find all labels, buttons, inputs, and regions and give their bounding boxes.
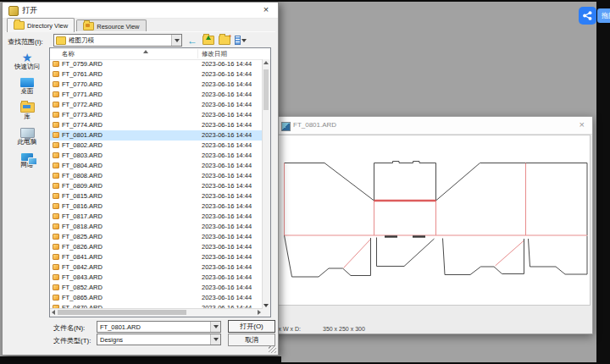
file-name: FT_0842.ARD [62, 263, 103, 271]
up-folder-icon[interactable] [202, 35, 214, 47]
dialog-titlebar[interactable]: 打开 × [3, 3, 278, 19]
file-name: FT_0804.ARD [62, 162, 103, 169]
list-item[interactable]: FT_0852.ARD2023-06-16 14:44 [50, 283, 263, 293]
open-button[interactable]: 打开(O) [228, 320, 275, 333]
scroll-left-icon[interactable] [52, 310, 55, 315]
resource-tab-icon [83, 22, 94, 30]
netdisk-drag-widget[interactable]: 拖拽至 [579, 7, 610, 25]
file-date: 2023-06-16 14:44 [202, 111, 252, 119]
file-date: 2023-06-16 14:44 [202, 172, 252, 179]
vertical-scroll-thumb[interactable] [263, 69, 269, 110]
list-item[interactable]: FT_0818.ARD2023-06-16 14:44 [50, 222, 263, 232]
close-icon[interactable]: × [261, 4, 271, 14]
preview-title: FT_0801.ARD [293, 121, 336, 129]
list-item[interactable]: FT_0759.ARD2023-06-16 14:44 [50, 59, 263, 69]
cancel-button[interactable]: 取消 [228, 334, 275, 346]
list-item[interactable]: FT_0804.ARD2023-06-16 14:44 [50, 161, 263, 171]
file-date: 2023-06-16 14:44 [202, 233, 252, 240]
look-in-value: 稚图刀模 [69, 36, 94, 45]
close-icon[interactable]: × [580, 119, 585, 130]
file-name: FT_0772.ARD [62, 101, 103, 108]
file-date: 2023-06-16 14:44 [202, 141, 252, 149]
dialog-toolbar: ← * [186, 34, 247, 47]
list-item[interactable]: FT_0771.ARD2023-06-16 14:44 [50, 90, 263, 100]
preview-titlebar[interactable]: FT_0801.ARD × [270, 117, 592, 135]
combobox-dropdown-button[interactable] [171, 35, 181, 46]
resize-grip[interactable] [269, 345, 276, 353]
file-name: FT_0815.ARD [62, 192, 103, 200]
library-icon [20, 102, 35, 113]
list-item[interactable]: FT_0770.ARD2023-06-16 14:44 [50, 80, 263, 90]
ard-file-icon [53, 122, 59, 128]
ard-file-icon [53, 112, 59, 118]
sidebar-item-label: 桌面 [7, 88, 47, 95]
horizontal-scrollbar[interactable] [50, 308, 263, 317]
file-name: FT_0818.ARD [62, 223, 103, 230]
tab-resource-view[interactable]: Resource View [76, 19, 146, 32]
list-item[interactable]: FT_0826.ARD2023-06-16 14:44 [50, 242, 263, 252]
file-type-combobox[interactable]: Designs [97, 334, 221, 345]
ard-file-icon [53, 295, 59, 301]
scroll-down-icon[interactable] [263, 304, 269, 307]
file-date: 2023-06-16 14:44 [202, 121, 252, 129]
list-item[interactable]: FT_0816.ARD2023-06-16 14:44 [50, 201, 263, 212]
file-date: 2023-06-16 14:44 [202, 273, 252, 281]
netdisk-drag-label: 拖拽至 [597, 8, 610, 23]
list-item[interactable]: FT_0809.ARD2023-06-16 14:44 [50, 181, 263, 191]
sidebar-item-network[interactable]: 网络 [7, 153, 47, 168]
sidebar-item-quick-access[interactable]: 快速访问 [7, 50, 47, 70]
ard-file-icon [53, 132, 59, 138]
list-item[interactable]: FT_0774.ARD2023-06-16 14:44 [50, 120, 263, 130]
share-circles-icon[interactable] [579, 7, 596, 25]
list-item[interactable]: FT_0808.ARD2023-06-16 14:44 [50, 171, 263, 181]
file-name: FT_0801.ARD [62, 131, 103, 139]
list-item[interactable]: FT_0803.ARD2023-06-16 14:44 [50, 151, 263, 161]
file-list: 名称 修改日期 FT_0759.ARD2023-06-16 14:44FT_07… [49, 47, 271, 317]
list-item[interactable]: FT_0772.ARD2023-06-16 14:44 [50, 100, 263, 110]
look-in-combobox[interactable]: 稚图刀模 [53, 34, 182, 47]
ard-file-icon [53, 244, 59, 250]
list-item[interactable]: FT_0773.ARD2023-06-16 14:44 [50, 110, 263, 120]
sidebar-item-libraries[interactable]: 库 [7, 102, 47, 120]
list-item[interactable]: FT_0842.ARD2023-06-16 14:44 [50, 262, 263, 273]
open-dialog: 打开 × Directory ViewResource View 查找范围(I)… [2, 2, 279, 356]
file-date: 2023-06-16 14:44 [202, 192, 252, 200]
column-header-date[interactable]: 修改日期 [202, 50, 227, 58]
sidebar-item-label: 快速访问 [7, 63, 47, 70]
new-folder-icon[interactable]: * [219, 35, 230, 47]
tab-label: Directory View [27, 22, 68, 30]
list-item[interactable]: FT_0825.ARD2023-06-16 14:44 [50, 232, 263, 242]
sidebar-item-desktop[interactable]: 桌面 [7, 78, 47, 95]
list-item[interactable]: FT_0761.ARD2023-06-16 14:44 [50, 69, 263, 80]
file-name: FT_0803.ARD [62, 152, 103, 159]
list-item[interactable]: FT_0843.ARD2023-06-16 14:44 [50, 273, 263, 283]
list-item[interactable]: FT_0865.ARD2023-06-16 14:44 [50, 293, 263, 303]
this-pc-icon [20, 128, 35, 138]
scroll-right-icon[interactable] [258, 310, 261, 315]
ard-file-icon [53, 163, 59, 168]
ard-file-icon [53, 61, 59, 67]
scroll-up-icon[interactable] [263, 61, 269, 64]
combobox-dropdown-button[interactable] [210, 334, 220, 345]
ard-file-icon [53, 173, 59, 179]
combobox-dropdown-button[interactable] [210, 322, 220, 332]
tab-directory-view[interactable]: Directory View [7, 18, 75, 32]
horizontal-scroll-thumb[interactable] [58, 310, 186, 315]
back-icon[interactable]: ← [186, 35, 198, 47]
list-item[interactable]: FT_0801.ARD2023-06-16 14:44 [50, 130, 263, 141]
network-icon [21, 153, 33, 161]
vertical-scrollbar[interactable] [262, 59, 270, 309]
list-item[interactable]: FT_0817.ARD2023-06-16 14:44 [50, 212, 263, 222]
list-item[interactable]: FT_0802.ARD2023-06-16 14:44 [50, 141, 263, 151]
file-name-combobox[interactable]: FT_0801.ARD [97, 321, 221, 333]
list-header[interactable]: 名称 修改日期 [50, 48, 263, 60]
view-menu-icon[interactable] [235, 35, 247, 47]
ard-file-icon [53, 274, 59, 280]
file-date: 2023-06-16 14:44 [202, 152, 252, 159]
file-name: FT_0771.ARD [62, 91, 103, 98]
file-date: 2023-06-16 14:44 [202, 162, 252, 169]
sidebar-item-this-pc[interactable]: 此电脑 [7, 128, 47, 146]
list-item[interactable]: FT_0841.ARD2023-06-16 14:44 [50, 252, 263, 262]
column-header-name[interactable]: 名称 [62, 50, 75, 58]
list-item[interactable]: FT_0815.ARD2023-06-16 14:44 [50, 191, 263, 201]
